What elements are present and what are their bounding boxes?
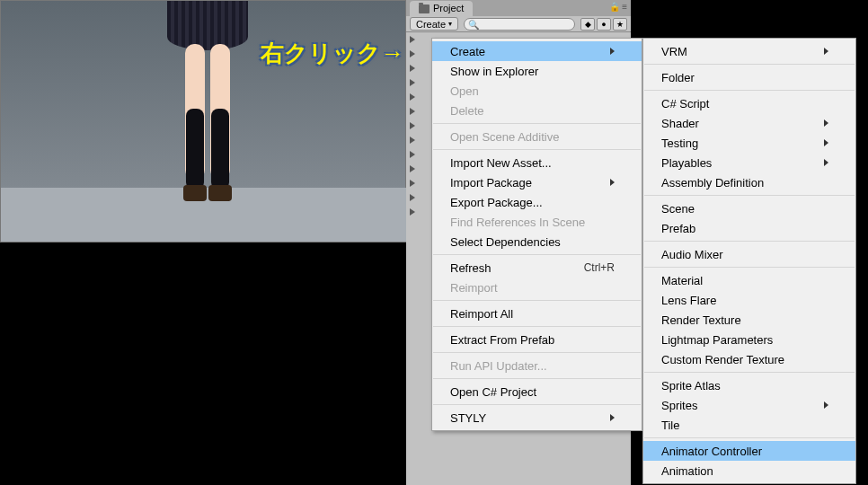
project-toolbar: Create ▾ 🔍 ◆ ● ★	[406, 16, 631, 32]
submenu-arrow-icon	[610, 48, 615, 55]
menu-separator	[433, 149, 641, 150]
submenu-shader[interactable]: Shader	[643, 113, 855, 133]
submenu-arrow-icon	[824, 139, 828, 146]
menu-separator	[433, 352, 641, 353]
menu-separator	[644, 267, 855, 268]
menu-separator	[433, 326, 641, 327]
project-tab-bar: Project 🔒 ≡	[406, 0, 631, 16]
scene-view[interactable]	[0, 0, 406, 242]
search-icon: 🔍	[468, 20, 479, 30]
filter-label-icon[interactable]: ●	[597, 18, 611, 31]
submenu-arrow-icon	[824, 48, 828, 55]
project-tab-label: Project	[433, 1, 464, 16]
folder-icon	[419, 4, 430, 13]
submenu-scene[interactable]: Scene	[643, 198, 855, 218]
menu-separator	[433, 378, 641, 379]
submenu-arrow-icon	[610, 414, 615, 421]
submenu-render-texture[interactable]: Render Texture	[643, 310, 855, 330]
callout-right-click: 右クリック→	[261, 38, 404, 69]
menu-styly[interactable]: STYLY	[432, 408, 642, 428]
expand-icon	[410, 180, 415, 187]
menu-separator	[644, 372, 855, 373]
menu-separator	[644, 90, 855, 91]
submenu-arrow-icon	[610, 179, 615, 186]
submenu-prefab[interactable]: Prefab	[643, 218, 855, 238]
menu-reimport: Reimport	[432, 278, 642, 297]
menu-open-scene-additive: Open Scene Additive	[432, 127, 642, 146]
submenu-assembly-definition[interactable]: Assembly Definition	[643, 172, 855, 192]
submenu-sprites[interactable]: Sprites	[643, 395, 855, 415]
menu-select-dependencies[interactable]: Select Dependencies	[432, 232, 642, 251]
create-button[interactable]: Create ▾	[410, 17, 458, 31]
submenu-playables[interactable]: Playables	[643, 153, 855, 172]
expand-icon	[410, 36, 415, 43]
panel-options[interactable]: 🔒 ≡	[609, 2, 627, 12]
expand-icon	[410, 165, 415, 172]
chevron-down-icon: ▾	[448, 20, 452, 28]
character-model	[167, 1, 248, 225]
menu-import-new-asset[interactable]: Import New Asset...	[432, 153, 642, 172]
bottom-panel	[0, 242, 406, 485]
menu-show-in-explorer[interactable]: Show in Explorer	[432, 61, 642, 81]
submenu-testing[interactable]: Testing	[643, 133, 855, 153]
menu-icon[interactable]: ≡	[622, 2, 627, 12]
menu-export-package[interactable]: Export Package...	[432, 192, 642, 212]
menu-import-package[interactable]: Import Package	[432, 172, 642, 192]
project-context-menu: Create Show in Explorer Open Delete Open…	[431, 38, 642, 431]
expand-icon	[410, 79, 415, 86]
menu-create[interactable]: Create	[432, 41, 642, 61]
submenu-tile[interactable]: Tile	[643, 415, 855, 435]
menu-separator	[433, 404, 641, 405]
menu-run-api-updater: Run API Updater...	[432, 356, 642, 375]
submenu-custom-render-texture[interactable]: Custom Render Texture	[643, 349, 855, 369]
expand-icon	[410, 122, 415, 129]
expand-icon	[410, 108, 415, 115]
submenu-animator-controller[interactable]: Animator Controller	[643, 441, 855, 461]
submenu-vrm[interactable]: VRM	[643, 41, 855, 61]
menu-separator	[433, 300, 641, 301]
submenu-lightmap-parameters[interactable]: Lightmap Parameters	[643, 330, 855, 349]
expand-icon	[410, 93, 415, 101]
menu-separator	[644, 241, 855, 242]
menu-find-refs: Find References In Scene	[432, 212, 642, 232]
expand-icon	[410, 151, 415, 158]
project-tab[interactable]: Project	[410, 1, 473, 16]
lock-icon[interactable]: 🔒	[609, 2, 620, 12]
create-submenu: VRM Folder C# Script Shader Testing Play…	[642, 38, 856, 484]
menu-extract-from-prefab[interactable]: Extract From Prefab	[432, 330, 642, 349]
favorite-icon[interactable]: ★	[613, 18, 627, 31]
menu-open-csharp-project[interactable]: Open C# Project	[432, 382, 642, 401]
menu-separator	[433, 123, 641, 124]
submenu-arrow-icon	[824, 401, 828, 409]
menu-delete: Delete	[432, 101, 642, 120]
menu-refresh[interactable]: RefreshCtrl+R	[432, 258, 642, 278]
expand-icon	[410, 50, 415, 57]
submenu-lens-flare[interactable]: Lens Flare	[643, 290, 855, 310]
submenu-sprite-atlas[interactable]: Sprite Atlas	[643, 375, 855, 395]
search-input[interactable]: 🔍	[464, 18, 575, 31]
submenu-folder[interactable]: Folder	[643, 67, 855, 87]
menu-separator	[433, 254, 641, 255]
submenu-animation[interactable]: Animation	[643, 461, 855, 481]
menu-separator	[644, 64, 855, 65]
submenu-audio-mixer[interactable]: Audio Mixer	[643, 244, 855, 264]
menu-separator	[644, 195, 855, 196]
expand-icon	[410, 194, 415, 201]
submenu-arrow-icon	[824, 119, 828, 127]
expand-icon	[410, 65, 415, 72]
menu-separator	[644, 437, 855, 438]
menu-reimport-all[interactable]: Reimport All	[432, 304, 642, 323]
submenu-material[interactable]: Material	[643, 270, 855, 290]
expand-icon	[410, 137, 415, 144]
submenu-arrow-icon	[824, 159, 828, 166]
expand-icon	[410, 208, 415, 216]
filter-type-icon[interactable]: ◆	[580, 18, 595, 31]
submenu-csharp-script[interactable]: C# Script	[643, 93, 855, 113]
menu-open: Open	[432, 81, 642, 101]
